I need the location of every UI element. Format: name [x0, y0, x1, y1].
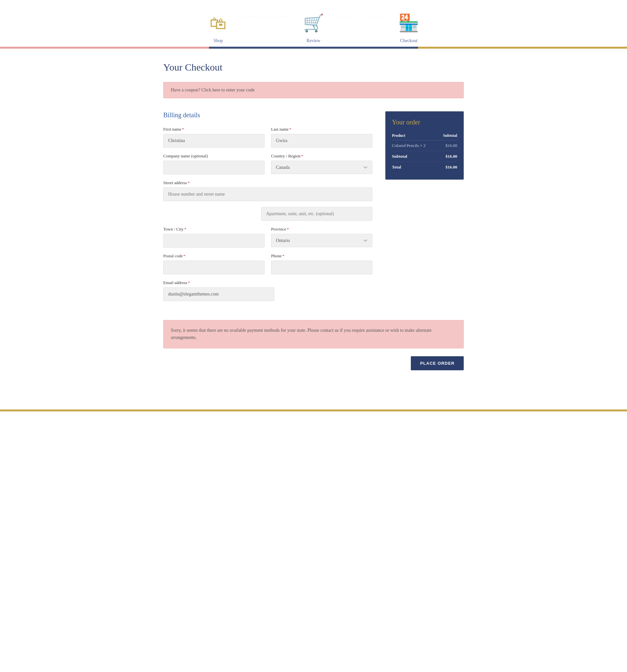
order-item-row: Colored Pencils × 2 $16.00	[392, 140, 457, 151]
subtotal-label: Subtotal	[392, 151, 438, 162]
phone-input[interactable]	[271, 261, 372, 274]
email-label: Email address*	[163, 280, 372, 285]
step-shop-label: Shop	[214, 38, 223, 43]
apt-group	[261, 207, 372, 221]
place-order-row: PLACE ORDER	[163, 356, 464, 370]
progress-section: 🛍 Shop · · · · · · · · · · · · · · · · ·…	[0, 0, 627, 49]
phone-group: Phone*	[271, 254, 372, 274]
progress-bar-blue	[209, 47, 418, 49]
step-checkout-label: Checkout	[400, 38, 418, 43]
billing-title: Billing details	[163, 111, 372, 119]
company-row: Company name (optional) Country / Region…	[163, 153, 372, 174]
first-name-label: First name*	[163, 127, 265, 132]
product-col-header: Product	[392, 131, 438, 140]
email-input[interactable]	[163, 287, 274, 301]
street-label-group: Street address*	[163, 180, 372, 201]
town-input[interactable]	[163, 234, 265, 247]
company-name-group: Company name (optional)	[163, 153, 265, 174]
required-star-8: *	[283, 254, 285, 258]
step-review[interactable]: 🛒 Review	[294, 13, 333, 43]
postal-phone-row: Postal code* Phone*	[163, 254, 372, 274]
progress-bars	[0, 47, 627, 49]
province-group: Province* Ontario Quebec British Columbi…	[271, 226, 372, 247]
main-content: Your Checkout Have a coupon? Click here …	[157, 49, 470, 390]
payment-error: Sorry, it seems that there are no availa…	[163, 320, 464, 349]
apt-input[interactable]	[261, 207, 372, 221]
progress-bar-gold	[418, 47, 627, 49]
shop-icon: 🛍	[210, 14, 227, 33]
order-item-price: $16.00	[438, 140, 457, 151]
town-province-row: Town / City* Province* Ontario Quebec Br…	[163, 226, 372, 247]
name-row: First name* Last name*	[163, 127, 372, 148]
required-star-2: *	[289, 127, 292, 131]
last-name-input[interactable]	[271, 134, 372, 148]
total-label: Total	[392, 162, 438, 173]
required-star-6: *	[287, 226, 289, 232]
total-value: $16.00	[438, 162, 457, 173]
country-select[interactable]: Canada United States United Kingdom Aust…	[271, 161, 372, 174]
postal-group: Postal code*	[163, 254, 265, 274]
place-order-button[interactable]: PLACE ORDER	[411, 356, 464, 370]
subtotal-row: Subtotal $16.00	[392, 151, 457, 162]
billing-section: Billing details First name* Last name*	[163, 111, 372, 307]
page-title: Your Checkout	[163, 62, 464, 73]
required-star-4: *	[188, 180, 190, 185]
street-apt-row	[163, 207, 372, 221]
country-group: Country / Region* Canada United States U…	[271, 153, 372, 174]
town-label: Town / City*	[163, 226, 265, 232]
last-name-label: Last name*	[271, 127, 372, 132]
street-input[interactable]	[163, 187, 372, 201]
order-summary: Your order Product Subtotal Colored Penc…	[385, 111, 464, 179]
phone-label: Phone*	[271, 254, 372, 259]
step-checkout[interactable]: 🏪 Checkout	[390, 13, 428, 43]
connector-1: · · · · · · · · · · · · · · · · ·	[237, 15, 294, 22]
required-star: *	[182, 127, 184, 131]
postal-input[interactable]	[163, 261, 265, 274]
steps-row: 🛍 Shop · · · · · · · · · · · · · · · · ·…	[199, 13, 428, 43]
subtotal-value: $16.00	[438, 151, 457, 162]
country-label: Country / Region*	[271, 153, 372, 159]
dots-2: · · · · · · · · · · · · · · · · ·	[333, 15, 390, 22]
checkout-icon: 🏪	[398, 13, 419, 33]
bottom-bar	[0, 409, 627, 411]
order-title: Your order	[392, 119, 457, 126]
company-name-label: Company name (optional)	[163, 153, 265, 159]
subtotal-col-header: Subtotal	[438, 131, 457, 140]
review-icon: 🛒	[303, 13, 324, 33]
progress-bar-pink	[0, 47, 209, 49]
street-label: Street address*	[163, 180, 372, 186]
province-label: Province*	[271, 226, 372, 232]
email-group: Email address*	[163, 280, 372, 301]
town-group: Town / City*	[163, 226, 265, 247]
order-table: Product Subtotal Colored Pencils × 2 $16…	[392, 131, 457, 172]
total-row: Total $16.00	[392, 162, 457, 173]
required-star-9: *	[188, 280, 190, 285]
postal-label: Postal code*	[163, 254, 265, 259]
company-name-input[interactable]	[163, 161, 265, 174]
required-star-3: *	[301, 153, 304, 159]
connector-2: · · · · · · · · · · · · · · · · ·	[333, 15, 390, 22]
required-star-7: *	[184, 254, 186, 258]
checkout-layout: Billing details First name* Last name*	[163, 111, 464, 307]
order-item-name: Colored Pencils × 2	[392, 140, 438, 151]
first-name-group: First name*	[163, 127, 265, 148]
dots-1: · · · · · · · · · · · · · · · · ·	[237, 15, 294, 22]
province-select[interactable]: Ontario Quebec British Columbia Alberta …	[271, 234, 372, 247]
step-review-label: Review	[307, 38, 321, 43]
coupon-banner[interactable]: Have a coupon? Click here to enter your …	[163, 82, 464, 98]
first-name-input[interactable]	[163, 134, 265, 148]
last-name-group: Last name*	[271, 127, 372, 148]
street-address-section: Street address*	[163, 180, 372, 221]
required-star-5: *	[184, 226, 187, 232]
step-shop[interactable]: 🛍 Shop	[199, 14, 237, 43]
